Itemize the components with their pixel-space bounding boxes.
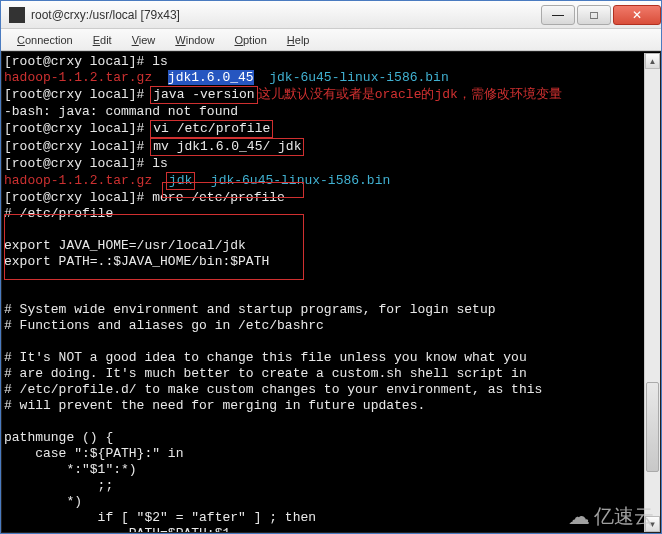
cmd-mv-jdk: mv jdk1.6.0_45/ jdk (150, 138, 304, 156)
minimize-button[interactable]: — (541, 5, 575, 25)
export-java-home: export JAVA_HOME=/usr/local/jdk (4, 238, 658, 254)
export-path: export PATH=.:$JAVA_HOME/bin:$PATH (4, 254, 658, 270)
file-tar: hadoop-1.1.2.tar.gz (4, 70, 168, 85)
prompt: [root@crxy local]# (4, 87, 152, 102)
blank-line (4, 222, 658, 238)
cmd-ls: ls (152, 156, 168, 171)
dir-jdk-selected: jdk1.6.0_45 (168, 70, 254, 85)
title-bar[interactable]: root@crxy:/usr/local [79x43] — □ ✕ (1, 1, 661, 29)
comment-line: # /etc/profile.d/ to make custom changes… (4, 382, 658, 398)
prompt: [root@crxy local]# (4, 190, 152, 205)
watermark-text: 亿速云 (594, 503, 654, 530)
comment-line: # System wide environment and startup pr… (4, 302, 658, 318)
window-title: root@crxy:/usr/local [79x43] (31, 8, 539, 22)
menu-edit[interactable]: Edit (83, 32, 122, 48)
file-bin: jdk-6u45-linux-i586.bin (254, 70, 449, 85)
prompt: [root@crxy local]# (4, 139, 152, 154)
menu-option[interactable]: Option (224, 32, 276, 48)
comment-line: # Functions and aliases go in /etc/bashr… (4, 318, 658, 334)
cmd-java-version: java -version (150, 86, 257, 104)
menu-connection[interactable]: Connection (7, 32, 83, 48)
func-line: case ":${PATH}:" in (4, 446, 658, 462)
menu-help[interactable]: Help (277, 32, 320, 48)
dir-jdk: jdk (166, 172, 195, 190)
bash-error: -bash: java: command not found (4, 104, 238, 119)
func-line: ;; (4, 478, 658, 494)
file-tar: hadoop-1.1.2.tar.gz (4, 173, 168, 188)
comment-line: # It's NOT a good idea to change this fi… (4, 350, 658, 366)
func-line: PATH=$PATH:$1 (4, 526, 658, 533)
blank-line (4, 270, 658, 286)
cmd-vi-profile: vi /etc/profile (150, 120, 273, 138)
terminal-pane[interactable]: [root@crxy local]# ls hadoop-1.1.2.tar.g… (1, 51, 661, 533)
func-line: if [ "$2" = "after" ] ; then (4, 510, 658, 526)
watermark: ☁ 亿速云 (568, 503, 654, 530)
profile-header: # /etc/profile (4, 206, 658, 222)
blank-line (4, 334, 658, 350)
comment-line: # will prevent the need for merging in f… (4, 398, 658, 414)
prompt: [root@crxy local]# (4, 54, 152, 69)
blank-line (4, 414, 658, 430)
func-line: *) (4, 494, 658, 510)
vertical-scrollbar[interactable]: ▲ ▼ (644, 53, 660, 532)
app-icon (9, 7, 25, 23)
cloud-icon: ☁ (568, 504, 590, 530)
func-line: *:"$1":*) (4, 462, 658, 478)
cmd-ls: ls (152, 54, 168, 69)
func-line: pathmunge () { (4, 430, 658, 446)
maximize-button[interactable]: □ (577, 5, 611, 25)
menu-bar: Connection Edit View Window Option Help (1, 29, 661, 51)
menu-view[interactable]: View (122, 32, 166, 48)
comment-line: # are doing. It's much better to create … (4, 366, 658, 382)
prompt: [root@crxy local]# (4, 156, 152, 171)
scroll-up-button[interactable]: ▲ (645, 53, 660, 69)
menu-window[interactable]: Window (165, 32, 224, 48)
blank-line (4, 286, 658, 302)
app-window: root@crxy:/usr/local [79x43] — □ ✕ Conne… (0, 0, 662, 534)
file-bin: jdk-6u45-linux-i586.bin (195, 173, 390, 188)
prompt: [root@crxy local]# (4, 121, 152, 136)
scroll-thumb[interactable] (646, 382, 659, 472)
cmd-more: more /etc/profile (152, 190, 285, 205)
scroll-track[interactable] (645, 69, 660, 516)
close-button[interactable]: ✕ (613, 5, 661, 25)
annotation-text: 这儿默认没有或者是oracle的jdk，需修改环境变量 (258, 87, 562, 102)
